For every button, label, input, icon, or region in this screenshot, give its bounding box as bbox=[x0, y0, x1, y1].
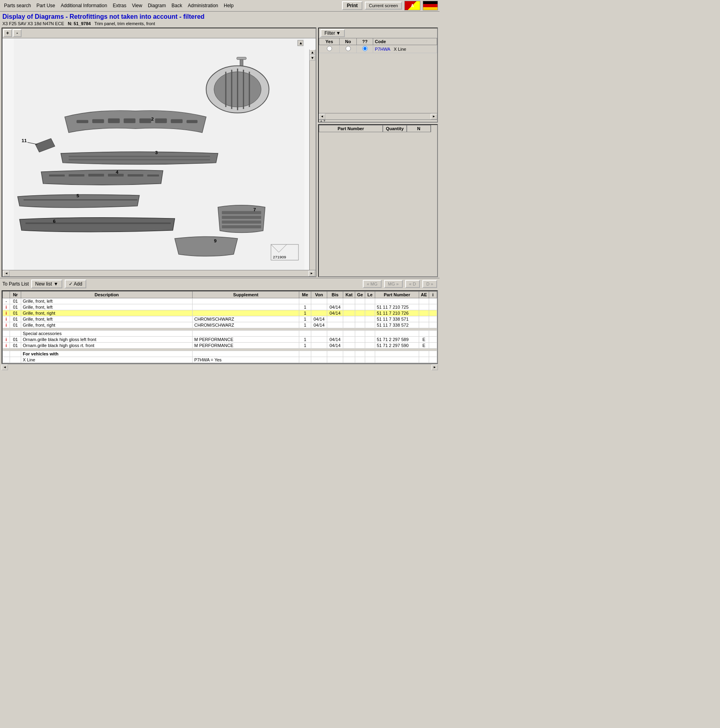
diagram-scrollbar-vertical[interactable]: ▲ ▼ bbox=[309, 50, 316, 270]
filter-desc: X Line bbox=[394, 47, 406, 52]
menu-view[interactable]: View bbox=[129, 2, 145, 9]
svg-rect-38 bbox=[222, 225, 261, 228]
table-row[interactable]: i 01 Grille, front, left 1 04/14 51 11 7… bbox=[3, 304, 437, 310]
page-title: Display of Diagrams - Retrofittings not … bbox=[2, 13, 437, 20]
parts-scroll-handle bbox=[431, 125, 437, 132]
parts-scroll-left[interactable]: ◄ bbox=[2, 365, 8, 370]
zoom-in-button[interactable]: + bbox=[3, 29, 12, 37]
row-bis: 04/14 bbox=[327, 304, 343, 310]
row-nr bbox=[10, 357, 21, 363]
row-desc: X Line bbox=[21, 357, 193, 363]
menu-diagram[interactable]: Diagram bbox=[145, 2, 168, 9]
scroll-right-arrow[interactable]: ► bbox=[308, 271, 315, 276]
svg-rect-15 bbox=[124, 119, 135, 123]
filter-yes-radio[interactable] bbox=[319, 45, 340, 53]
menubar: Parts search Part Use Additional Informa… bbox=[0, 0, 440, 12]
row-ae bbox=[419, 351, 429, 357]
row-me: 1 bbox=[299, 310, 311, 316]
svg-rect-21 bbox=[69, 156, 210, 157]
row-desc: For vehicles with bbox=[21, 351, 193, 357]
row-kat bbox=[343, 322, 355, 328]
menu-parts-search[interactable]: Parts search bbox=[2, 2, 33, 9]
filter-qq-radio[interactable] bbox=[357, 45, 373, 53]
parts-col-quantity: Quantity bbox=[383, 125, 407, 132]
svg-rect-37 bbox=[222, 220, 261, 224]
row-von bbox=[311, 343, 327, 349]
menu-back[interactable]: Back bbox=[169, 2, 185, 9]
filter-col-yes: Yes bbox=[319, 38, 340, 45]
row-ae: E bbox=[419, 343, 429, 349]
parts-table-scrollbar[interactable]: ◄ ► bbox=[2, 364, 438, 370]
subtitle-n: N: 51_9784 bbox=[68, 21, 91, 26]
svg-rect-2 bbox=[237, 57, 247, 60]
mg-next-button[interactable]: MG » bbox=[384, 280, 403, 288]
row-ae bbox=[419, 322, 429, 328]
scroll-left-arrow[interactable]: ◄ bbox=[3, 271, 10, 276]
th-nr: Nr bbox=[10, 292, 21, 298]
row-bis bbox=[327, 331, 343, 337]
row-supplement bbox=[193, 298, 299, 304]
menu-extras[interactable]: Extras bbox=[110, 2, 129, 9]
filter-scroll-left[interactable]: ◄ bbox=[319, 114, 325, 119]
row-le bbox=[365, 337, 375, 343]
menu-administration[interactable]: Administration bbox=[185, 2, 221, 9]
row-desc: Grille, front, left bbox=[21, 298, 193, 304]
d-next-button[interactable]: D » bbox=[422, 280, 437, 288]
row-i bbox=[429, 343, 437, 349]
row-me: 1 bbox=[299, 304, 311, 310]
print-button[interactable]: Print bbox=[342, 1, 362, 10]
table-row: For vehicles with bbox=[3, 351, 437, 357]
current-screen-button[interactable]: Current screen bbox=[365, 2, 402, 10]
menu-additional-info[interactable]: Additional Information bbox=[58, 2, 109, 9]
parts-table-wrapper[interactable]: Nr Description Supplement Me Von Bis Kat… bbox=[2, 290, 438, 364]
add-button[interactable]: ✓ Add bbox=[65, 280, 86, 288]
filter-scroll-right[interactable]: ► bbox=[431, 114, 437, 119]
table-row[interactable]: - 01 Grille, front, left bbox=[3, 298, 437, 304]
row-le bbox=[365, 331, 375, 337]
filter-no-radio[interactable] bbox=[340, 45, 357, 53]
menu-part-use[interactable]: Part Use bbox=[34, 2, 58, 9]
row-i bbox=[429, 331, 437, 337]
th-ae: AE bbox=[419, 292, 429, 298]
th-icon bbox=[3, 292, 10, 298]
row-bis: 04/14 bbox=[327, 310, 343, 316]
filter-col-qq: ?? bbox=[357, 38, 373, 45]
zoom-out-button[interactable]: - bbox=[13, 29, 22, 37]
row-ae bbox=[419, 316, 429, 322]
svg-rect-13 bbox=[92, 119, 104, 123]
row-ge bbox=[355, 298, 365, 304]
d-prev-button[interactable]: « D bbox=[405, 280, 420, 288]
filter-button[interactable]: Filter ▼ bbox=[320, 29, 345, 37]
row-me bbox=[299, 331, 311, 337]
row-part-number: 51 11 7 338 571 bbox=[375, 316, 419, 322]
diagram-scrollbar-horizontal[interactable]: ◄ ► bbox=[2, 270, 316, 276]
mg-prev-button[interactable]: « MG bbox=[363, 280, 382, 288]
table-row[interactable]: i 01 Grille, front, right CHROM/SCHWARZ … bbox=[3, 322, 437, 328]
info-icon: i bbox=[6, 323, 7, 327]
row-me bbox=[299, 357, 311, 363]
diagram-toolbar: + - bbox=[2, 28, 316, 38]
table-row[interactable]: i 01 Ornam.grille black high gloss rt. f… bbox=[3, 343, 437, 349]
row-me: 1 bbox=[299, 343, 311, 349]
new-list-button[interactable]: New list ▼ bbox=[31, 280, 62, 288]
flag-icon bbox=[423, 1, 438, 10]
row-supplement bbox=[193, 304, 299, 310]
table-row[interactable]: i 01 Grille, front, left CHROM/SCHWARZ 1… bbox=[3, 316, 437, 322]
svg-text:2: 2 bbox=[151, 116, 154, 121]
diagram-panel: + - bbox=[2, 28, 316, 277]
parts-scroll-right[interactable]: ► bbox=[432, 365, 438, 370]
row-icon-cell: i bbox=[3, 343, 10, 349]
row-kat bbox=[343, 316, 355, 322]
info-icon: i bbox=[6, 337, 7, 342]
bottom-toolbar: To Parts List New list ▼ ✓ Add « MG MG »… bbox=[0, 278, 440, 290]
table-row[interactable]: i 01 Grille, front, right 1 04/14 51 11 … bbox=[3, 310, 437, 316]
row-supplement bbox=[193, 351, 299, 357]
filter-scrollbar[interactable]: ◄ ► bbox=[319, 113, 437, 119]
filter-dropdown-icon: ▼ bbox=[336, 30, 341, 36]
row-icon-cell: i bbox=[3, 316, 10, 322]
table-row[interactable]: i 01 Ornam.grille black high gloss left … bbox=[3, 337, 437, 343]
menu-help[interactable]: Help bbox=[221, 2, 236, 9]
row-le bbox=[365, 343, 375, 349]
info-icon: i bbox=[6, 305, 7, 309]
row-icon-cell: i bbox=[3, 310, 10, 316]
